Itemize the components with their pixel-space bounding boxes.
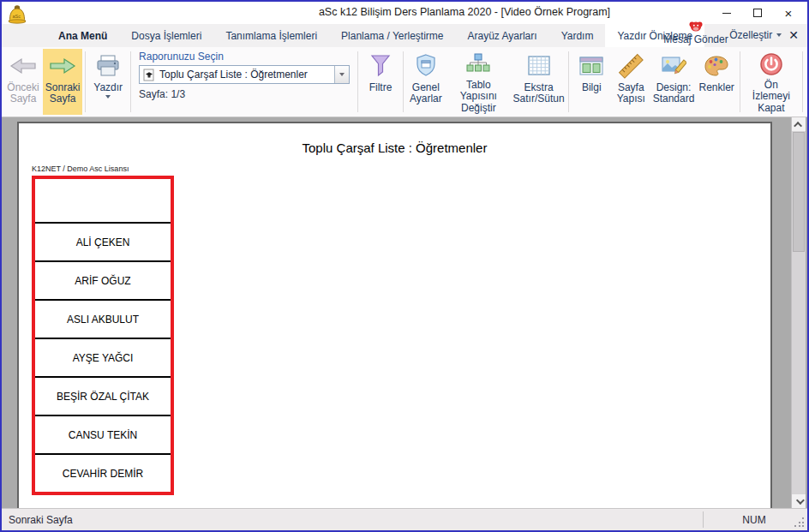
print-button[interactable]: Yazdır: [88, 49, 128, 115]
extra-row-column-button[interactable]: Ekstra Satır/Sütun: [512, 49, 566, 115]
shield-icon: [414, 51, 438, 81]
general-settings-label: Ayarlar: [410, 93, 442, 105]
resize-grip-icon[interactable]: [794, 517, 805, 528]
svg-text:aSc: aSc: [13, 14, 21, 19]
general-settings-button[interactable]: Genel Ayarlar: [406, 49, 446, 115]
maximize-icon: [753, 9, 762, 17]
palette-icon: [704, 51, 729, 81]
ribbon-toolbar: Önceki Sayfa Sonraki Sayfa Yazdır: [2, 47, 807, 117]
colors-button[interactable]: Renkler: [697, 49, 737, 115]
report-select-label: Raporunuzu Seçin: [139, 51, 224, 63]
page-setup-label: Yapısı: [617, 93, 645, 105]
teacher-row: CANSU TEKİN: [35, 415, 171, 453]
close-preview-label: Ön İzlemeyi: [747, 80, 796, 103]
scroll-up-button[interactable]: [792, 117, 806, 131]
filter-label: Filtre: [369, 82, 393, 93]
license-text: K12NET / Demo Asc Lisansı: [32, 164, 129, 173]
teacher-row: ASLI AKBULUT: [35, 299, 171, 338]
ribbon-separator: [85, 51, 86, 112]
window-title: aSc k12 Bilişim Ders Planlama 2020 - [Vi…: [319, 6, 610, 18]
tab-label: Dosya İşlemleri: [131, 30, 201, 42]
tab-label: Yardım: [561, 30, 594, 42]
info-button[interactable]: Bilgi: [572, 49, 611, 115]
tab-planlama-yerlestirme[interactable]: Planlama / Yerleştirme: [329, 24, 455, 47]
printer-icon: [95, 51, 121, 81]
report-dropdown-button[interactable]: [334, 66, 349, 83]
change-table-structure-label: Değiştir: [461, 103, 496, 114]
print-preview-area: Toplu Çarşaf Liste : Öğretmenler K12NET …: [2, 117, 807, 508]
teacher-row: ALİ ÇEKEN: [35, 222, 171, 260]
status-bar: Sonraki Sayfa NUM: [2, 508, 807, 530]
scroll-down-button[interactable]: [792, 494, 806, 508]
design-label: Standard: [653, 93, 695, 105]
extra-row-column-label: Satır/Sütun: [513, 93, 565, 105]
status-hint: Sonraki Sayfa: [9, 514, 73, 526]
message-send-button[interactable]: Mesaj Gönder: [655, 20, 737, 45]
close-preview-button[interactable]: Ön İzlemeyi Kapat: [743, 49, 800, 115]
close-icon: ×: [785, 7, 793, 20]
next-page-label: Sonraki: [45, 82, 81, 93]
ruler-icon: [618, 51, 644, 81]
prev-page-button[interactable]: Önceki Sayfa: [3, 49, 43, 115]
ribbon-separator: [740, 51, 740, 112]
customize-control: Özelleştir ✕: [729, 28, 799, 42]
org-tree-icon: [465, 51, 491, 79]
tab-yardim[interactable]: Yardım: [549, 24, 606, 47]
teacher-row: BEŞİR ÖZAL ÇİTAK: [35, 376, 171, 415]
design-button[interactable]: Design: Standard: [650, 49, 696, 115]
maximize-button[interactable]: [742, 2, 773, 24]
next-page-button[interactable]: Sonraki Sayfa: [43, 49, 82, 115]
change-table-structure-label: Tablo Yapısını: [450, 80, 507, 103]
prev-page-label: Sayfa: [10, 93, 37, 105]
tab-label: Planlama / Yerleştirme: [341, 30, 443, 42]
next-page-label: Sayfa: [50, 93, 76, 105]
extra-row-column-label: Ekstra: [524, 82, 554, 93]
teacher-table: ALİ ÇEKEN ARİF OĞUZ ASLI AKBULUT AYŞE YA…: [32, 176, 174, 495]
tab-arayuz-ayarlari[interactable]: Arayüz Ayarları: [455, 24, 548, 47]
ribbon-separator: [130, 51, 131, 112]
ribbon-separator: [357, 51, 358, 112]
teacher-row: ARİF OĞUZ: [35, 260, 171, 299]
report-select-value: Toplu Çarşaf Liste : Öğretmenler: [156, 69, 334, 81]
message-send-label: Mesaj Gönder: [663, 33, 728, 45]
report-select[interactable]: Toplu Çarşaf Liste : Öğretmenler: [139, 65, 350, 84]
colors-label: Renkler: [699, 82, 734, 93]
prev-page-label: Önceki: [7, 82, 39, 93]
chevron-down-icon[interactable]: [776, 33, 782, 37]
minimize-icon: [722, 13, 731, 14]
chevron-down-icon: [339, 73, 345, 76]
close-button[interactable]: ×: [773, 2, 804, 24]
customize-label[interactable]: Özelleştir: [729, 29, 772, 41]
right-arrow-icon: [48, 51, 77, 81]
print-dropdown-icon[interactable]: [105, 95, 111, 99]
scrollbar-thumb[interactable]: [793, 132, 805, 252]
funnel-icon: [369, 51, 392, 81]
tab-label: Arayüz Ayarları: [467, 30, 536, 42]
num-lock-indicator: NUM: [720, 514, 788, 526]
ribbon-separator: [568, 51, 569, 112]
filter-button[interactable]: Filtre: [361, 49, 400, 115]
report-title: Toplu Çarşaf Liste : Öğretmenler: [19, 140, 770, 155]
tab-ana-menu[interactable]: Ana Menü: [46, 24, 119, 47]
report-doc-icon: [142, 68, 156, 81]
teacher-row: CEVAHİR DEMİR: [35, 453, 171, 492]
report-group: Raporunuzu Seçin Toplu Çarşaf Liste : Öğ…: [134, 48, 355, 116]
window-panels-icon: [578, 51, 604, 81]
design-label: Design:: [656, 82, 692, 93]
tab-dosya-islemleri[interactable]: Dosya İşlemleri: [119, 24, 213, 47]
tab-tanimlama-islemleri[interactable]: Tanımlama İşlemleri: [213, 24, 329, 47]
table-cell-empty: [35, 179, 171, 222]
picture-pencil-icon: [661, 51, 686, 81]
page-counter: Sayfa: 1/3: [139, 88, 185, 100]
customize-close-icon[interactable]: ✕: [788, 28, 799, 42]
info-label: Bilgi: [582, 82, 602, 93]
print-label: Yazdır: [93, 82, 123, 93]
change-table-structure-button[interactable]: Tablo Yapısını Değiştir: [446, 49, 512, 115]
grid-icon: [526, 51, 552, 81]
vertical-scrollbar[interactable]: [791, 117, 806, 508]
page-setup-button[interactable]: Sayfa Yapısı: [611, 49, 650, 115]
power-icon: [758, 51, 784, 79]
page-setup-label: Sayfa: [618, 82, 644, 93]
app-bell-icon[interactable]: aSc: [6, 3, 28, 26]
monkey-icon: [688, 20, 704, 33]
